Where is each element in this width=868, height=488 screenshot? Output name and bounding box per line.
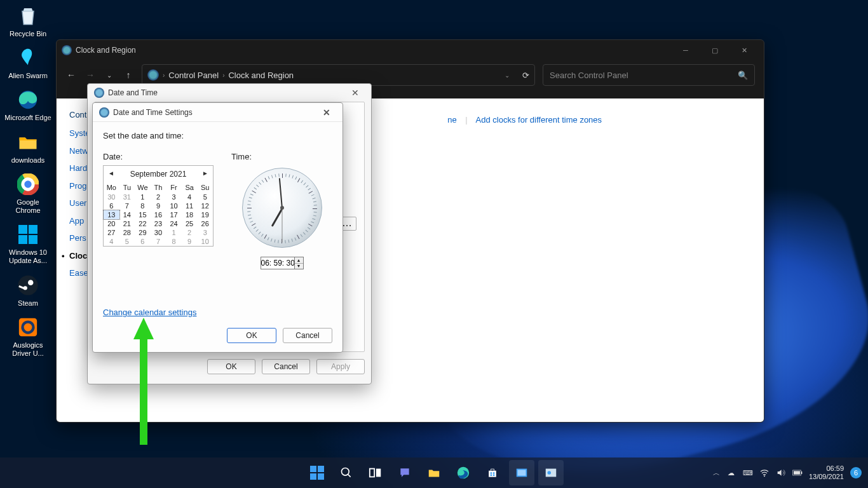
calendar-day[interactable]: 6	[104, 201, 119, 210]
refresh-button[interactable]: ⟳	[522, 71, 529, 80]
desktop-icon-edge[interactable]: Microsoft Edge	[4, 88, 52, 122]
desktop-icon-win10-update[interactable]: Windows 10 Update As...	[4, 222, 52, 265]
calendar-day[interactable]: 11	[182, 201, 198, 210]
calendar-day[interactable]: 15	[135, 210, 151, 219]
calendar-day[interactable]: 28	[119, 228, 135, 237]
pinned-app-1[interactable]	[509, 460, 534, 485]
calendar-day[interactable]: 7	[119, 201, 135, 210]
calendar-month[interactable]: September 2021	[130, 170, 187, 179]
calendar-day[interactable]: 21	[119, 219, 135, 228]
chat-button[interactable]	[392, 460, 417, 485]
forward-button[interactable]: →	[85, 69, 96, 81]
calendar-day[interactable]: 1	[135, 193, 151, 201]
partial-button[interactable]: …	[341, 217, 356, 231]
calendar-day[interactable]: 29	[135, 228, 151, 237]
edge-button[interactable]	[451, 460, 476, 485]
ok-button[interactable]: OK	[227, 328, 276, 343]
calendar-day[interactable]: 25	[182, 219, 198, 228]
calendar-day[interactable]: 2	[151, 193, 166, 201]
calendar-day[interactable]: 4	[182, 193, 198, 201]
calendar-day[interactable]: 10	[197, 237, 213, 246]
back-button[interactable]: ←	[65, 69, 77, 81]
calendar-day[interactable]: 9	[182, 237, 198, 246]
desktop-icon-auslogics[interactable]: Auslogics Driver U...	[4, 315, 52, 358]
calendar-day[interactable]: 18	[182, 210, 198, 219]
breadcrumb-item[interactable]: Clock and Region	[228, 71, 294, 80]
close-button[interactable]: ✕	[317, 107, 336, 118]
store-button[interactable]	[480, 460, 505, 485]
onedrive-icon[interactable]: ☁	[726, 468, 736, 478]
cancel-button[interactable]: Cancel	[283, 328, 332, 343]
search-button[interactable]	[334, 460, 359, 485]
time-input[interactable]	[261, 257, 295, 269]
calendar-day[interactable]: 3	[166, 193, 182, 201]
calendar-day[interactable]: 5	[197, 193, 213, 201]
recent-dropdown-icon[interactable]: ⌄	[104, 69, 115, 81]
volume-icon[interactable]	[776, 468, 786, 478]
desktop-icon-chrome[interactable]: Google Chrome	[4, 172, 52, 215]
calendar-day[interactable]: 12	[197, 201, 213, 210]
search-box[interactable]: Search Control Panel 🔍	[543, 64, 755, 86]
calendar-day[interactable]: 27	[104, 228, 119, 237]
explorer-button[interactable]	[421, 460, 447, 485]
calendar-day[interactable]: 9	[151, 201, 166, 210]
next-month-button[interactable]: ►	[200, 170, 210, 177]
maximize-button[interactable]: ▢	[700, 41, 729, 59]
minimize-button[interactable]: ─	[671, 41, 700, 59]
calendar-day[interactable]: 13	[104, 210, 119, 219]
breadcrumb[interactable]: › Control Panel › Clock and Region ⌄ ⟳	[142, 64, 535, 86]
start-button[interactable]	[304, 460, 330, 485]
chevron-down-icon[interactable]: ⌄	[505, 72, 510, 79]
calendar-day[interactable]: 3	[197, 228, 213, 237]
breadcrumb-item[interactable]: Control Panel	[168, 71, 219, 80]
link-add-clocks[interactable]: Add clocks for different time zones	[476, 115, 602, 125]
up-button[interactable]: ↑	[123, 69, 134, 81]
calendar-day[interactable]: 10	[166, 201, 182, 210]
calendar-day[interactable]: 8	[135, 201, 151, 210]
desktop-icon-alien-swarm[interactable]: Alien Swarm	[4, 46, 52, 80]
notification-badge[interactable]: 6	[850, 467, 862, 478]
calendar-day[interactable]: 14	[119, 210, 135, 219]
desktop-icon-steam[interactable]: Steam	[4, 273, 52, 308]
calendar-day[interactable]: 8	[166, 237, 182, 246]
calendar-day[interactable]: 23	[151, 219, 166, 228]
ok-button[interactable]: OK	[207, 359, 255, 374]
calendar-day[interactable]: 7	[151, 237, 166, 246]
calendar-day[interactable]: 22	[135, 219, 151, 228]
wifi-icon[interactable]	[759, 468, 770, 478]
close-button[interactable]: ✕	[729, 41, 759, 59]
titlebar[interactable]: Clock and Region ─ ▢ ✕	[57, 40, 764, 60]
dialog-titlebar[interactable]: Date and Time Settings ✕	[93, 103, 342, 122]
close-button[interactable]: ✕	[346, 88, 365, 98]
change-calendar-settings-link[interactable]: Change calendar settings	[103, 308, 196, 317]
calendar-day[interactable]: 26	[197, 219, 213, 228]
desktop-icon-recycle-bin[interactable]: Recycle Bin	[4, 4, 52, 38]
calendar-day[interactable]: 17	[166, 210, 182, 219]
prev-month-button[interactable]: ◄	[106, 170, 116, 177]
task-view-button[interactable]	[363, 460, 388, 485]
calendar-day[interactable]: 5	[119, 237, 135, 246]
calendar-day[interactable]: 19	[197, 210, 213, 219]
clock-tray[interactable]: 06:59 13/09/2021	[809, 464, 844, 480]
link-change-timezone[interactable]: ne	[447, 115, 456, 125]
desktop-icon-downloads[interactable]: downloads	[4, 130, 52, 165]
calendar-day[interactable]: 31	[119, 193, 135, 201]
cancel-button[interactable]: Cancel	[262, 359, 310, 374]
calendar-day[interactable]: 2	[182, 228, 198, 237]
spin-down-button[interactable]: ▼	[295, 264, 303, 269]
calendar-day[interactable]: 6	[135, 237, 151, 246]
pinned-app-2[interactable]	[538, 460, 564, 485]
battery-icon[interactable]	[792, 468, 803, 478]
calendar-day[interactable]: 20	[104, 219, 119, 228]
spin-up-button[interactable]: ▲	[295, 257, 303, 264]
keyboard-icon[interactable]: ⌨	[743, 468, 753, 478]
calendar-day[interactable]: 24	[166, 219, 182, 228]
calendar-day[interactable]: 16	[151, 210, 166, 219]
calendar-day[interactable]: 1	[166, 228, 182, 237]
calendar-day[interactable]: 30	[104, 193, 119, 201]
tray-overflow-button[interactable]: ︿	[713, 468, 720, 478]
calendar-day[interactable]: 4	[104, 237, 119, 246]
calendar-day[interactable]: 30	[151, 228, 166, 237]
dialog-titlebar[interactable]: Date and Time ✕	[88, 84, 371, 102]
apply-button[interactable]: Apply	[316, 359, 365, 374]
